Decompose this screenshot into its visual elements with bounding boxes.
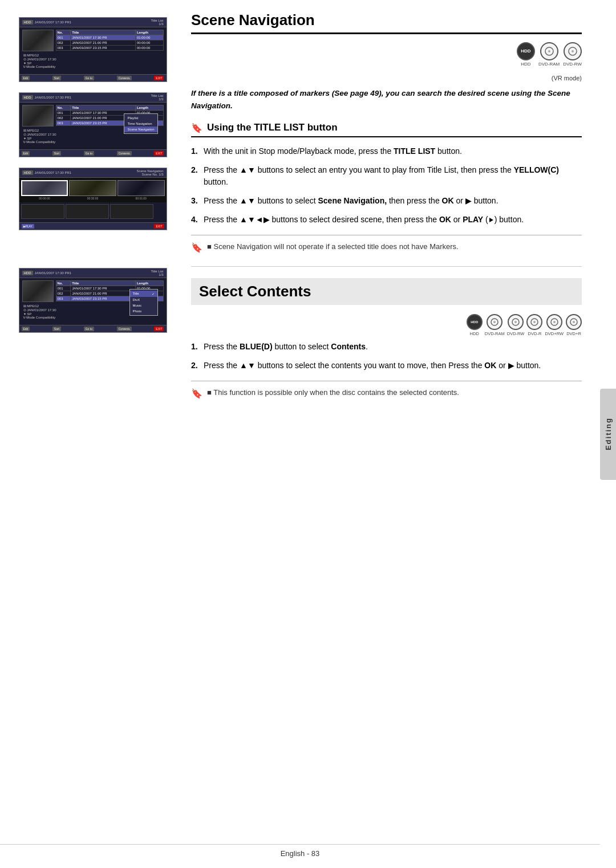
popup-photo[interactable]: Photo [130, 308, 157, 314]
mockup2-btn-sort[interactable]: Sort [52, 151, 61, 156]
mockup1-btn-sort[interactable]: Sort [52, 76, 61, 80]
mockup3-title-right: Scene Navigation Scene No. 1/3 [136, 169, 163, 176]
dvdram-circle [540, 42, 558, 60]
step-num-4: 4. [191, 214, 200, 226]
scene-item-3: 00:01:00 [117, 180, 165, 200]
popup-time-nav[interactable]: Time Navigation [124, 121, 157, 127]
mockup1-btn-contents[interactable]: Contents [117, 76, 132, 80]
select-contents-banner: Select Contents [191, 278, 582, 305]
scene-item-2: 00:30:00 [69, 180, 116, 200]
mockup4-hdd-icon: HDD [22, 271, 33, 275]
step-4-text: Press the ▲▼◄▶ buttons to select desired… [204, 214, 524, 226]
mockup3-header-left: HDD JAN/01/2007 17:30 PR1 [22, 170, 72, 175]
spacer [17, 241, 168, 258]
popup-title[interactable]: Title ✓ [130, 291, 157, 297]
sc-device-dvdram: DVD-RAM [485, 314, 505, 336]
device-icons-row2: HDD HDD DVD-RAM [191, 314, 582, 336]
step-2-text: Press the ▲▼ buttons to select an entry … [204, 164, 582, 188]
mockup4-thumbnail [22, 280, 54, 302]
sc-dvdram-circle [487, 314, 502, 330]
mockup2-popup: Playlist Time Navigation Scene Navigatio… [124, 113, 157, 134]
hdd-circle: HDD [517, 42, 535, 60]
mockup2-btn-contents[interactable]: Contents [117, 151, 132, 156]
list-item: 1. With the unit in Stop mode/Playback m… [191, 145, 582, 157]
mockup1-table-area: No. Title Length 001 JAN/01/2007 17:30 P… [56, 30, 164, 51]
screen-mockup-1: HDD JAN/01/2007 17:30 PR1 Title List 1/3 [19, 17, 167, 82]
table-row: 002 JAN/02/2007 21:00 PR 00:00:00 [56, 40, 163, 46]
sc-dvdplusrw-circle [546, 314, 562, 330]
col-no: No. [56, 30, 71, 35]
popup-divx[interactable]: DivX [130, 297, 157, 303]
col-title: Title [71, 30, 136, 35]
sc-steps-list: 1. Press the BLUE(D) button to select Co… [191, 341, 582, 372]
mockup4-btn-exit[interactable]: EXIT [154, 327, 164, 331]
mockup2-footer: Edit Sort Go to Contents EXIT [19, 149, 167, 157]
mockup1-table: No. Title Length 001 JAN/01/2007 17:30 P… [56, 30, 164, 51]
svg-point-11 [553, 321, 556, 323]
scene-nav-intro: If there is a title composed of markers … [191, 87, 582, 112]
sc-dvdrw-circle [508, 314, 524, 330]
note-text: ■ Scene Navigation will not operate if a… [207, 241, 459, 252]
mockup1-thumbnail [22, 30, 54, 51]
sc-dvdr-circle [526, 314, 542, 330]
sc-note-text: ■ This function is possible only when th… [207, 387, 459, 398]
vr-mode-label: (VR mode) [191, 75, 582, 81]
mockup4-btn-sort[interactable]: Sort [52, 327, 61, 331]
mockup4-header-left: HDD JAN/01/2007 17:30 PR1 [22, 271, 72, 275]
sc-device-dvdplusrw: DVD+RW [545, 314, 564, 336]
mockup1-footer: Edit Sort Go to Contents EXIT [19, 74, 167, 81]
sc-dvdr-label: DVD-R [528, 331, 542, 336]
mockup2-btn-edit[interactable]: Edit [22, 151, 30, 156]
mockup4-btn-goto[interactable]: Go to [84, 327, 94, 331]
mockup4-btn-edit[interactable]: Edit [22, 327, 30, 331]
mockup4-title-right: Title List 1/3 [151, 270, 163, 276]
list-item: 4. Press the ▲▼◄▶ buttons to select desi… [191, 214, 582, 226]
mockup1-btn-exit[interactable]: EXIT [154, 76, 164, 80]
col-length: Length [135, 30, 163, 35]
mockup3-btn-play[interactable]: ▶PLAY [22, 224, 34, 229]
dvdram-label: DVD-RAM [538, 62, 560, 67]
popup-playlist[interactable]: Playlist [124, 115, 157, 121]
mockup3-date: JAN/01/2007 17:30 PR1 [35, 171, 72, 174]
mockup2-title-right: Title List 1/3 [151, 94, 163, 101]
sc-device-dvdplusr: DVD+R [566, 314, 582, 336]
section-separator [191, 266, 582, 267]
mockup3-btn-exit[interactable]: EXIT [154, 224, 164, 229]
mockup4-btn-contents[interactable]: Contents [117, 327, 132, 331]
sc-step-1-text: Press the BLUE(D) button to select Conte… [204, 341, 368, 353]
mockup1-btn-edit[interactable]: Edit [22, 76, 30, 80]
table-row: 003 JAN/03/2007 23:15 PR 00:00:00 [56, 46, 163, 51]
sc-note-symbol: 🔖 [191, 387, 202, 401]
mockup2-btn-exit[interactable]: EXIT [154, 151, 164, 156]
popup-scene-nav[interactable]: Scene Navigation [124, 127, 157, 132]
mockup2-date: JAN/01/2007 17:30 PR1 [35, 96, 72, 99]
sc-note: 🔖 ■ This function is possible only when … [191, 381, 582, 401]
screen-mockup-3: HDD JAN/01/2007 17:30 PR1 Scene Navigati… [19, 168, 167, 230]
step-num-3: 3. [191, 195, 200, 207]
mockup2-btn-goto[interactable]: Go to [84, 151, 94, 156]
mockup4-header: HDD JAN/01/2007 17:30 PR1 Title List 1/3 [19, 268, 167, 278]
mockup3-footer: ▶PLAY EXIT [19, 222, 167, 230]
subsection-title: 🔖 Using the TITLE LIST button [191, 122, 582, 137]
side-tab: Editing [600, 389, 616, 480]
svg-point-5 [493, 321, 496, 323]
mockup3-scenes: 00:00:00 00:30:00 00:01:00 [19, 178, 167, 202]
table-row: 001 JAN/01/2007 17:30 PR 01:00:00 [56, 35, 163, 40]
svg-point-7 [514, 321, 517, 323]
screen-mockup-4: HDD JAN/01/2007 17:30 PR1 Title List 1/3 [19, 268, 167, 333]
popup-music[interactable]: Music [130, 303, 157, 308]
sc-device-dvdr: DVD-R [526, 314, 542, 336]
select-contents-section: Select Contents HDD HDD DVD-RAM [191, 278, 582, 401]
mockup1-btn-goto[interactable]: Go to [84, 76, 94, 80]
scene-nav-note: 🔖 ■ Scene Navigation will not operate if… [191, 235, 582, 255]
dvdrw-circle [564, 42, 582, 60]
device-icons-row: HDD HDD DVD-RAM [191, 42, 582, 67]
step-num-2: 2. [191, 164, 200, 188]
note-symbol: 🔖 [191, 241, 202, 255]
mockup2-table-area: No. Title Length 001 JAN/01/2007 17:30 P… [56, 105, 164, 127]
sc-hdd-label: HDD [470, 331, 479, 336]
dvdrw-label: DVD-RW [563, 62, 582, 67]
scene-thumb-img-1 [21, 180, 68, 196]
sc-step-num-2: 2. [191, 360, 200, 372]
scene-thumb-img-2 [69, 180, 116, 196]
